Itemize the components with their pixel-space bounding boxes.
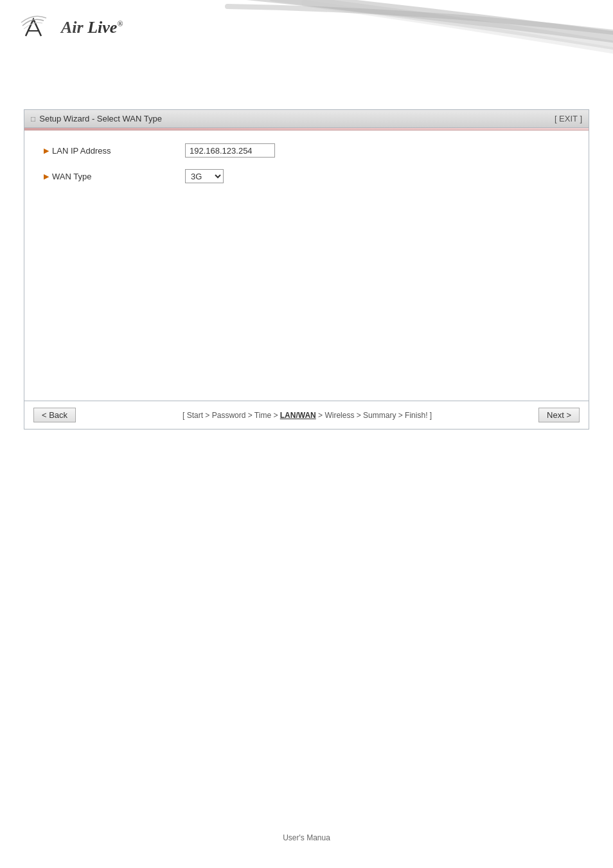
breadcrumb-suffix: > Wireless > Summary > Finish! ]	[316, 411, 432, 420]
wan-type-label-area: ▶ WAN Type	[44, 172, 185, 181]
wizard-header: □ Setup Wizard - Select WAN Type [ EXIT …	[24, 110, 589, 128]
back-button[interactable]: < Back	[33, 408, 76, 422]
lan-ip-row: ▶ LAN IP Address	[44, 143, 569, 158]
next-button[interactable]: Next >	[538, 408, 580, 422]
logo-area: Air Live®	[19, 12, 123, 44]
logo-registered: ®	[117, 19, 123, 28]
lan-ip-label: LAN IP Address	[52, 146, 111, 156]
lan-ip-arrow-icon: ▶	[44, 147, 49, 155]
wizard-footer: < Back [ Start > Password > Time > LAN/W…	[24, 401, 589, 429]
logo-text-live: Live	[87, 18, 117, 37]
main-content: □ Setup Wizard - Select WAN Type [ EXIT …	[0, 96, 613, 442]
lan-ip-label-area: ▶ LAN IP Address	[44, 146, 185, 156]
breadcrumb-active-step: LAN/WAN	[280, 411, 316, 420]
wizard-title-text: Setup Wizard - Select WAN Type	[39, 114, 162, 123]
wizard-body: ▶ LAN IP Address ▶ WAN Type 3G DHCP	[24, 131, 589, 401]
wan-type-value-area: 3G DHCP Static PPPoE PPTP L2TP	[185, 169, 224, 183]
swoosh-svg	[176, 0, 613, 84]
breadcrumb-prefix: [ Start > Password > Time >	[182, 411, 280, 420]
header-decoration	[176, 0, 613, 84]
logo-wrapper: Air Live®	[19, 12, 123, 44]
wan-type-row: ▶ WAN Type 3G DHCP Static PPPoE PPTP L2T…	[44, 169, 569, 183]
wan-type-label: WAN Type	[52, 172, 91, 181]
wizard-title-area: □ Setup Wizard - Select WAN Type	[31, 114, 162, 123]
logo-text-air: Air	[61, 18, 87, 37]
exit-button[interactable]: [ EXIT ]	[555, 114, 582, 123]
wan-type-select[interactable]: 3G DHCP Static PPPoE PPTP L2TP	[185, 169, 224, 183]
page-header: Air Live®	[0, 0, 613, 84]
wizard-panel: □ Setup Wizard - Select WAN Type [ EXIT …	[24, 109, 589, 429]
lan-ip-input[interactable]	[185, 143, 275, 158]
wizard-title-icon: □	[31, 114, 35, 123]
lan-ip-value-area	[185, 143, 275, 158]
page-footer: User's Manua	[283, 833, 330, 842]
wan-type-arrow-icon: ▶	[44, 172, 49, 181]
breadcrumb: [ Start > Password > Time > LAN/WAN > Wi…	[76, 411, 538, 420]
airlive-logo-icon	[19, 12, 61, 44]
footer-text: User's Manua	[283, 833, 330, 842]
